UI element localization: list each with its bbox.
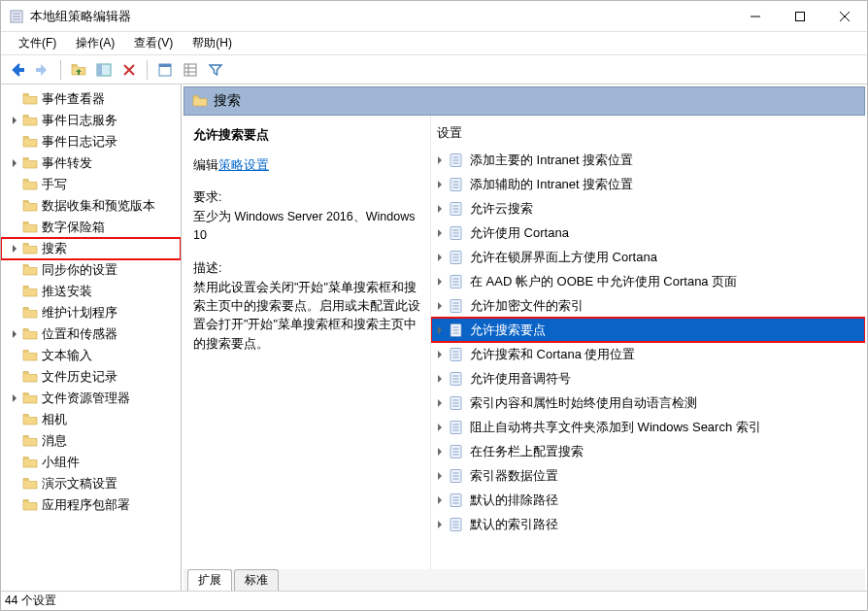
expander-icon[interactable]: [435, 155, 445, 165]
list-row[interactable]: 索引内容和属性时始终使用自动语言检测: [431, 390, 865, 415]
expander-icon[interactable]: [9, 93, 20, 105]
tree-item[interactable]: 推送安装: [1, 281, 181, 302]
expander-icon[interactable]: [435, 374, 445, 384]
up-level-button[interactable]: [68, 59, 89, 81]
tree-item[interactable]: 搜索: [1, 238, 181, 259]
tab-standard[interactable]: 标准: [234, 569, 279, 591]
tree-item[interactable]: 演示文稿设置: [1, 473, 181, 494]
expander-icon[interactable]: [9, 200, 20, 212]
expander-icon[interactable]: [9, 499, 20, 511]
list-row[interactable]: 允许使用 Cortana: [431, 221, 865, 245]
expander-icon[interactable]: [9, 478, 20, 490]
expander-icon[interactable]: [435, 350, 445, 359]
expander-icon[interactable]: [9, 350, 20, 361]
expander-icon[interactable]: [9, 243, 20, 255]
app-icon: [9, 9, 24, 24]
expander-icon[interactable]: [435, 325, 445, 335]
list-row[interactable]: 默认的索引路径: [431, 512, 865, 536]
menu-file[interactable]: 文件(F): [9, 33, 66, 53]
tree-item[interactable]: 事件转发: [1, 153, 181, 174]
expander-icon[interactable]: [435, 301, 445, 311]
properties-button[interactable]: [154, 59, 176, 81]
filter-button[interactable]: [205, 59, 226, 81]
tree-item[interactable]: 事件日志记录: [1, 131, 181, 153]
settings-list-pane[interactable]: 设置 添加主要的 Intranet 搜索位置添加辅助的 Intranet 搜索位…: [431, 116, 865, 569]
list-row[interactable]: 添加主要的 Intranet 搜索位置: [431, 148, 865, 172]
tree-item[interactable]: 事件日志服务: [1, 110, 181, 131]
tree-item[interactable]: 手写: [1, 174, 181, 195]
menu-help[interactable]: 帮助(H): [183, 33, 242, 53]
back-button[interactable]: [7, 59, 28, 81]
list-row[interactable]: 允许使用音调符号: [431, 366, 865, 390]
list-row[interactable]: 在 AAD 帐户的 OOBE 中允许使用 Cortana 页面: [431, 269, 865, 293]
expander-icon[interactable]: [9, 435, 20, 447]
tree-item[interactable]: 文件资源管理器: [1, 388, 181, 409]
tree-item-label: 事件查看器: [42, 91, 105, 108]
forward-button[interactable]: [32, 59, 53, 81]
show-tree-button[interactable]: [93, 59, 115, 81]
list-row[interactable]: 索引器数据位置: [431, 463, 865, 488]
list-row[interactable]: 允许加密文件的索引: [431, 293, 865, 318]
folder-icon: [22, 434, 38, 448]
tree-item[interactable]: 位置和传感器: [1, 323, 181, 345]
expander-icon[interactable]: [9, 115, 20, 126]
list-row[interactable]: 允许在锁屏界面上方使用 Cortana: [431, 245, 865, 269]
list-row[interactable]: 在任务栏上配置搜索: [431, 439, 865, 463]
minimize-button[interactable]: [733, 1, 778, 32]
tree-pane[interactable]: 事件查看器事件日志服务事件日志记录事件转发手写数据收集和预览版本数字保险箱搜索同…: [1, 85, 182, 591]
tree-item[interactable]: 同步你的设置: [1, 259, 181, 281]
expander-icon[interactable]: [9, 264, 20, 276]
expander-icon[interactable]: [435, 398, 445, 408]
expander-icon[interactable]: [9, 307, 20, 319]
expander-icon[interactable]: [435, 447, 445, 457]
expander-icon[interactable]: [9, 221, 20, 233]
delete-button[interactable]: [118, 59, 140, 81]
tree-item[interactable]: 文本输入: [1, 345, 181, 366]
column-header-setting[interactable]: 设置: [431, 125, 865, 148]
list-row[interactable]: 允许搜索和 Cortana 使用位置: [431, 342, 865, 366]
edit-policy-link[interactable]: 策略设置: [218, 158, 269, 172]
expander-icon[interactable]: [435, 253, 445, 262]
policy-icon: [449, 201, 464, 217]
tree-item[interactable]: 相机: [1, 409, 181, 430]
expander-icon[interactable]: [435, 204, 445, 214]
tree-item[interactable]: 事件查看器: [1, 88, 181, 110]
expander-icon[interactable]: [435, 495, 445, 505]
list-row[interactable]: 默认的排除路径: [431, 488, 865, 512]
list-row[interactable]: 阻止自动将共享文件夹添加到 Windows Search 索引: [431, 415, 865, 439]
expander-icon[interactable]: [435, 423, 445, 432]
expander-icon[interactable]: [9, 157, 20, 169]
expander-icon[interactable]: [9, 371, 20, 383]
tree-item[interactable]: 维护计划程序: [1, 302, 181, 323]
expander-icon[interactable]: [9, 286, 20, 297]
list-row[interactable]: 允许云搜索: [431, 196, 865, 221]
expander-icon[interactable]: [9, 136, 20, 148]
menu-action[interactable]: 操作(A): [66, 33, 124, 53]
expander-icon[interactable]: [9, 414, 20, 425]
policy-icon: [449, 444, 464, 459]
list-item-label: 允许使用 Cortana: [470, 224, 569, 242]
list-row[interactable]: 允许搜索要点: [431, 318, 865, 342]
close-button[interactable]: [822, 1, 867, 32]
expander-icon[interactable]: [435, 277, 445, 287]
expander-icon[interactable]: [435, 180, 445, 189]
expander-icon[interactable]: [9, 457, 20, 468]
tree-item[interactable]: 数据收集和预览版本: [1, 195, 181, 217]
tree-item[interactable]: 应用程序包部署: [1, 494, 181, 516]
expander-icon[interactable]: [9, 328, 20, 340]
expander-icon[interactable]: [435, 471, 445, 481]
tree-item-label: 同步你的设置: [42, 262, 117, 279]
menu-view[interactable]: 查看(V): [124, 33, 183, 53]
tab-extended[interactable]: 扩展: [187, 569, 232, 591]
tree-item[interactable]: 文件历史记录: [1, 366, 181, 388]
tree-item[interactable]: 消息: [1, 430, 181, 452]
list-view-button[interactable]: [180, 59, 201, 81]
expander-icon[interactable]: [9, 392, 20, 404]
expander-icon[interactable]: [435, 520, 445, 529]
tree-item[interactable]: 数字保险箱: [1, 217, 181, 238]
expander-icon[interactable]: [9, 179, 20, 190]
tree-item[interactable]: 小组件: [1, 452, 181, 473]
list-row[interactable]: 添加辅助的 Intranet 搜索位置: [431, 172, 865, 196]
maximize-button[interactable]: [778, 1, 822, 32]
expander-icon[interactable]: [435, 228, 445, 238]
